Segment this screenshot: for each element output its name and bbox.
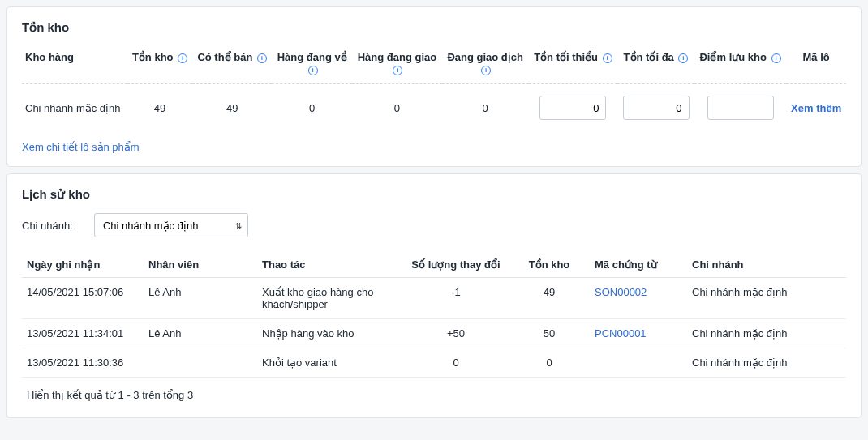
branch-select[interactable]: Chi nhánh mặc định bbox=[94, 213, 248, 237]
col-warehouse: Kho hàng bbox=[22, 46, 127, 84]
branch-filter-row: Chi nhánh: Chi nhánh mặc định bbox=[22, 213, 846, 237]
info-icon[interactable]: i bbox=[308, 66, 318, 75]
history-table: Ngày ghi nhận Nhân viên Thao tác Số lượn… bbox=[22, 252, 846, 378]
history-row: 14/05/2021 15:07:06Lê AnhXuất kho giao h… bbox=[22, 278, 846, 319]
col-qty: Số lượng thay đổi bbox=[403, 252, 509, 278]
col-branch: Chi nhánh bbox=[687, 252, 846, 278]
cell-action: Xuất kho giao hàng cho khách/shipper bbox=[257, 278, 403, 319]
col-trading: Đang giao dịchi bbox=[442, 46, 529, 84]
inventory-table: Kho hàng Tồn kho i Có thể bán i Hàng đan… bbox=[22, 46, 846, 131]
cell-staff: Lê Anh bbox=[144, 319, 257, 348]
batch-detail-link[interactable]: Xem chi tiết lô sản phẩm bbox=[22, 141, 140, 153]
inventory-card: Tồn kho Kho hàng Tồn kho i Có thể bán i … bbox=[6, 6, 862, 167]
min-stock-input[interactable] bbox=[539, 96, 606, 120]
info-icon[interactable]: i bbox=[481, 66, 491, 75]
info-icon[interactable]: i bbox=[257, 53, 267, 63]
cell-doc: SON00002 bbox=[590, 278, 687, 319]
cell-branch: Chi nhánh mặc định bbox=[687, 348, 846, 378]
info-icon[interactable]: i bbox=[678, 53, 688, 63]
cell-staff: Lê Anh bbox=[144, 278, 257, 319]
inventory-title: Tồn kho bbox=[22, 20, 846, 35]
cell-warehouse: Chi nhánh mặc định bbox=[22, 84, 127, 132]
history-card: Lịch sử kho Chi nhánh: Chi nhánh mặc địn… bbox=[6, 173, 862, 418]
cell-branch: Chi nhánh mặc định bbox=[687, 278, 846, 319]
inventory-row: Chi nhánh mặc định 49 49 0 0 0 Xem thêm bbox=[22, 84, 846, 132]
cell-date: 14/05/2021 15:07:06 bbox=[22, 278, 144, 319]
cell-staff bbox=[144, 348, 257, 378]
col-min: Tồn tối thiểu i bbox=[529, 46, 618, 84]
history-row: 13/05/2021 11:30:36Khởi tạo variant00Chi… bbox=[22, 348, 846, 378]
info-icon[interactable]: i bbox=[178, 53, 187, 63]
cell-branch: Chi nhánh mặc định bbox=[687, 319, 846, 348]
col-action: Thao tác bbox=[257, 252, 403, 278]
cell-stock: 50 bbox=[509, 319, 590, 348]
result-count: Hiển thị kết quả từ 1 - 3 trên tổng 3 bbox=[22, 378, 846, 404]
col-histstock: Tồn kho bbox=[509, 252, 590, 278]
col-delivering: Hàng đang giaoi bbox=[352, 46, 442, 84]
cell-qty: -1 bbox=[403, 278, 509, 319]
doc-link[interactable]: SON00002 bbox=[595, 286, 647, 298]
cell-stock: 0 bbox=[509, 348, 590, 378]
cell-action: Nhập hàng vào kho bbox=[257, 319, 403, 348]
history-title: Lịch sử kho bbox=[22, 187, 846, 202]
branch-filter-label: Chi nhánh: bbox=[22, 220, 73, 232]
col-stock: Tồn kho i bbox=[127, 46, 192, 84]
col-sellable: Có thể bán i bbox=[192, 46, 272, 84]
info-icon[interactable]: i bbox=[771, 53, 781, 63]
cell-qty: 0 bbox=[403, 348, 509, 378]
col-storage: Điểm lưu kho i bbox=[694, 46, 787, 84]
col-staff: Nhân viên bbox=[144, 252, 257, 278]
view-more-link[interactable]: Xem thêm bbox=[791, 102, 841, 114]
cell-qty: +50 bbox=[403, 319, 509, 348]
cell-sellable: 49 bbox=[192, 84, 272, 132]
max-stock-input[interactable] bbox=[623, 96, 690, 120]
cell-action: Khởi tạo variant bbox=[257, 348, 403, 378]
cell-stock: 49 bbox=[127, 84, 192, 132]
cell-doc: PCN00001 bbox=[590, 319, 687, 348]
cell-doc bbox=[590, 348, 687, 378]
info-icon[interactable]: i bbox=[393, 66, 402, 75]
cell-delivering: 0 bbox=[352, 84, 442, 132]
cell-stock: 49 bbox=[509, 278, 590, 319]
doc-link[interactable]: PCN00001 bbox=[595, 327, 647, 340]
col-date: Ngày ghi nhận bbox=[22, 252, 144, 278]
history-row: 13/05/2021 11:34:01Lê AnhNhập hàng vào k… bbox=[22, 319, 846, 348]
cell-incoming: 0 bbox=[272, 84, 352, 132]
col-batch: Mã lô bbox=[786, 46, 846, 84]
info-icon[interactable]: i bbox=[603, 53, 612, 63]
col-doc: Mã chứng từ bbox=[590, 252, 687, 278]
col-max: Tồn tối đa i bbox=[617, 46, 694, 84]
cell-date: 13/05/2021 11:34:01 bbox=[22, 319, 144, 348]
storage-point-input[interactable] bbox=[707, 96, 774, 120]
cell-trading: 0 bbox=[442, 84, 529, 132]
col-incoming: Hàng đang vềi bbox=[272, 46, 352, 84]
cell-date: 13/05/2021 11:30:36 bbox=[22, 348, 144, 378]
